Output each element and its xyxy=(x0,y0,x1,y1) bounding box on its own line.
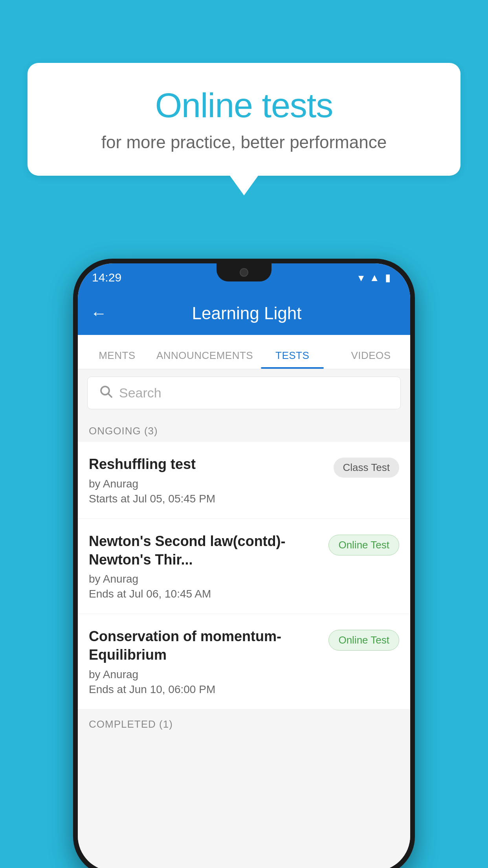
signal-icon: ▲ xyxy=(369,272,380,284)
test-time: Ends at Jun 10, 06:00 PM xyxy=(89,683,321,696)
status-bar: 14:29 ▾ ▲ ▮ xyxy=(78,263,410,292)
search-placeholder: Search xyxy=(119,385,161,401)
notch xyxy=(216,263,272,281)
tab-announcements[interactable]: ANNOUNCEMENTS xyxy=(156,349,253,369)
phone-frame: 14:29 ▾ ▲ ▮ ← Learning Light MENTS ANNOU… xyxy=(73,259,415,868)
speech-bubble-container: Online tests for more practice, better p… xyxy=(28,63,460,195)
battery-icon: ▮ xyxy=(385,272,391,284)
test-info: Newton's Second law(contd)-Newton's Thir… xyxy=(89,532,321,601)
test-badge-online: Online Test xyxy=(328,630,399,651)
search-bar[interactable]: Search xyxy=(87,377,401,409)
test-badge-online: Online Test xyxy=(328,535,399,555)
test-item[interactable]: Reshuffling test by Anurag Starts at Jul… xyxy=(78,442,410,519)
test-name: Conservation of momentum-Equilibrium xyxy=(89,627,321,664)
back-button[interactable]: ← xyxy=(90,304,107,323)
screen-content: Search ONGOING (3) Reshuffling test by A… xyxy=(78,370,410,868)
speech-bubble-pointer xyxy=(230,176,258,195)
test-time: Starts at Jul 05, 05:45 PM xyxy=(89,493,326,505)
test-author: by Anurag xyxy=(89,668,321,681)
test-item[interactable]: Conservation of momentum-Equilibrium by … xyxy=(78,614,410,710)
tab-videos[interactable]: VIDEOS xyxy=(332,349,410,369)
app-bar: ← Learning Light xyxy=(78,292,410,335)
tab-tests[interactable]: TESTS xyxy=(253,349,332,369)
svg-line-1 xyxy=(108,394,112,397)
tabs-container: MENTS ANNOUNCEMENTS TESTS VIDEOS xyxy=(78,335,410,370)
status-icons: ▾ ▲ ▮ xyxy=(358,271,391,284)
test-author: by Anurag xyxy=(89,573,321,585)
test-name: Newton's Second law(contd)-Newton's Thir… xyxy=(89,532,321,569)
completed-section-header: COMPLETED (1) xyxy=(78,710,410,735)
notch-camera xyxy=(240,268,248,277)
test-info: Reshuffling test by Anurag Starts at Jul… xyxy=(89,455,326,505)
status-time: 14:29 xyxy=(92,271,121,284)
test-info: Conservation of momentum-Equilibrium by … xyxy=(89,627,321,696)
speech-bubble-subtitle: for more practice, better performance xyxy=(59,132,429,152)
speech-bubble-title: Online tests xyxy=(59,86,429,125)
test-name: Reshuffling test xyxy=(89,455,326,474)
search-container: Search xyxy=(78,370,410,416)
test-badge-class: Class Test xyxy=(334,458,399,478)
test-item[interactable]: Newton's Second law(contd)-Newton's Thir… xyxy=(78,519,410,614)
speech-bubble: Online tests for more practice, better p… xyxy=(28,63,460,176)
search-icon xyxy=(99,384,113,402)
test-author: by Anurag xyxy=(89,478,326,490)
ongoing-section-header: ONGOING (3) xyxy=(78,416,410,442)
app-bar-title: Learning Light xyxy=(119,303,374,323)
test-time: Ends at Jul 06, 10:45 AM xyxy=(89,588,321,600)
test-list: Reshuffling test by Anurag Starts at Jul… xyxy=(78,442,410,710)
wifi-icon: ▾ xyxy=(358,271,364,284)
tab-ments[interactable]: MENTS xyxy=(78,349,156,369)
phone-screen: 14:29 ▾ ▲ ▮ ← Learning Light MENTS ANNOU… xyxy=(78,263,410,868)
